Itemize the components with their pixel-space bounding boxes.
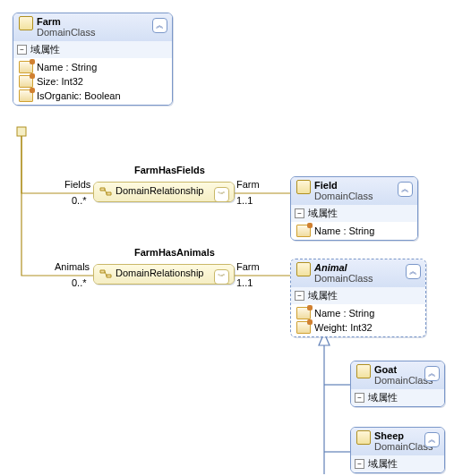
expand-icon[interactable]: − bbox=[295, 208, 304, 218]
expand-icon[interactable]: − bbox=[17, 45, 27, 55]
svg-rect-6 bbox=[17, 127, 26, 136]
relationship-farmhasanimals[interactable]: DomainRelationship ︾ bbox=[93, 264, 235, 285]
mult-left: 0..* bbox=[72, 195, 87, 206]
relationship-farmhasfields[interactable]: DomainRelationship ︾ bbox=[93, 182, 235, 202]
class-title: Field bbox=[314, 180, 338, 191]
class-title: Sheep bbox=[374, 430, 404, 441]
class-title: Animal bbox=[314, 262, 347, 273]
collapse-icon[interactable]: ︽ bbox=[152, 18, 167, 33]
class-sheep[interactable]: SheepDomainClass ︽ −域属性 bbox=[350, 427, 445, 473]
collapse-icon[interactable]: ︾ bbox=[214, 269, 229, 285]
property-icon bbox=[19, 61, 33, 73]
expand-icon[interactable]: − bbox=[355, 393, 364, 403]
mult-right: 1..1 bbox=[236, 195, 253, 206]
property: IsOrganic: Boolean bbox=[37, 90, 121, 101]
relation-title: FarmHasFields bbox=[134, 165, 205, 175]
relation-title: FarmHasAnimals bbox=[134, 247, 215, 258]
collapse-icon[interactable]: ︽ bbox=[424, 366, 440, 381]
property-icon bbox=[19, 89, 33, 102]
property-icon bbox=[19, 75, 33, 88]
collapse-icon[interactable]: ︽ bbox=[424, 432, 440, 447]
rel-body: DomainRelationship bbox=[116, 185, 203, 196]
class-title: Goat bbox=[374, 364, 397, 375]
rel-header: DomainRelationship ︾ bbox=[94, 183, 234, 201]
expand-icon[interactable]: − bbox=[295, 291, 304, 301]
role-left: Fields bbox=[64, 179, 90, 190]
expand-icon[interactable]: − bbox=[355, 459, 364, 469]
mult-left: 0..* bbox=[72, 277, 87, 288]
class-subtitle: DomainClass bbox=[37, 27, 95, 38]
relationship-icon bbox=[99, 185, 112, 198]
property: Name : String bbox=[314, 225, 374, 236]
role-right: Farm bbox=[236, 261, 260, 272]
class-icon bbox=[356, 364, 371, 378]
section-label: 域属性 bbox=[308, 289, 338, 302]
property: Weight: Int32 bbox=[314, 322, 373, 333]
rel-body: DomainRelationship bbox=[116, 268, 203, 278]
class-subtitle: DomainClass bbox=[314, 191, 373, 201]
mult-right: 1..1 bbox=[236, 277, 253, 288]
section-label: 域属性 bbox=[368, 457, 398, 471]
class-farm[interactable]: FarmDomainClass ︽ −域属性 Name : String Siz… bbox=[13, 13, 173, 106]
section-label: 域属性 bbox=[308, 207, 338, 220]
class-icon bbox=[296, 262, 311, 276]
property-icon bbox=[296, 225, 311, 237]
svg-line-8 bbox=[105, 272, 107, 276]
relationship-icon bbox=[99, 268, 112, 280]
role-right: Farm bbox=[236, 179, 260, 190]
section-label: 域属性 bbox=[368, 391, 398, 404]
svg-line-7 bbox=[105, 190, 107, 194]
class-icon bbox=[19, 16, 33, 30]
collapse-icon[interactable]: ︾ bbox=[214, 187, 229, 202]
role-left: Animals bbox=[55, 261, 90, 272]
property-icon bbox=[296, 307, 311, 319]
property: Name : String bbox=[314, 308, 374, 319]
property-icon bbox=[296, 321, 311, 334]
class-icon bbox=[296, 180, 311, 194]
class-field[interactable]: FieldDomainClass ︽ −域属性 Name : String bbox=[290, 176, 418, 241]
collapse-icon[interactable]: ︽ bbox=[398, 182, 413, 197]
collapse-icon[interactable]: ︽ bbox=[406, 264, 421, 279]
class-header: FarmDomainClass ︽ bbox=[13, 13, 172, 41]
property: Size: Int32 bbox=[37, 76, 83, 87]
property: Name : String bbox=[37, 62, 97, 72]
class-title: Farm bbox=[37, 16, 61, 27]
class-subtitle: DomainClass bbox=[314, 273, 373, 284]
class-animal[interactable]: AnimalDomainClass ︽ −域属性 Name : String W… bbox=[290, 259, 426, 337]
section-label: 域属性 bbox=[30, 43, 60, 56]
class-goat[interactable]: GoatDomainClass ︽ −域属性 bbox=[350, 361, 445, 407]
class-icon bbox=[356, 430, 371, 445]
